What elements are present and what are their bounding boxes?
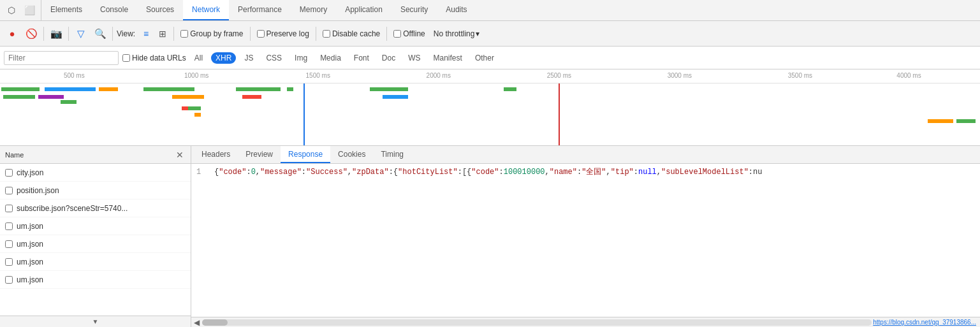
timeline-label: 2000 ms	[427, 72, 451, 79]
clear-button[interactable]: 🚫	[23, 25, 40, 42]
hide-data-urls-checkbox[interactable]	[122, 54, 130, 62]
cursor-icon[interactable]: ⬡	[4, 3, 19, 18]
response-content[interactable]: 1{"code":0,"message":"Success","zpData":…	[191, 164, 980, 317]
wf-seg-wait	[99, 87, 118, 91]
file-checkbox[interactable]	[5, 169, 13, 177]
tab-audits[interactable]: Audits	[437, 0, 476, 20]
tab-sources[interactable]: Sources	[137, 0, 183, 20]
file-list-header: Name ✕	[0, 146, 191, 164]
response-panel: HeadersPreviewResponseCookiesTiming 1{"c…	[191, 146, 980, 327]
filter-css[interactable]: CSS	[261, 52, 286, 64]
preserve-log-text: Preserve log	[267, 29, 309, 38]
divider-4	[173, 27, 174, 41]
tab-memory[interactable]: Memory	[291, 0, 336, 20]
horizontal-scrollbar[interactable]	[202, 319, 872, 326]
waterfall-container: 500 ms1000 ms1500 ms2000 ms2500 ms3000 m…	[0, 69, 980, 146]
divider-3	[112, 27, 113, 41]
filter-img[interactable]: Img	[290, 52, 312, 64]
file-checkbox[interactable]	[5, 187, 13, 194]
response-tab-preview[interactable]: Preview	[238, 146, 281, 163]
filter-all[interactable]: All	[190, 52, 207, 64]
wf-bar-g	[383, 95, 408, 99]
response-tab-cookies[interactable]: Cookies	[330, 146, 373, 163]
list-item[interactable]: um.json	[0, 271, 191, 289]
response-tab-response[interactable]: Response	[281, 146, 330, 163]
file-name: um.json	[17, 222, 43, 231]
scrollbar-thumb[interactable]	[202, 319, 228, 326]
offline-checkbox[interactable]	[393, 30, 401, 38]
throttle-select[interactable]: No throttling ▾	[430, 29, 483, 39]
mobile-icon[interactable]: ⬜	[22, 3, 37, 18]
filter-font[interactable]: Font	[349, 52, 374, 64]
file-list: city.jsonposition.jsonsubscribe.json?sce…	[0, 164, 191, 316]
tab-performance[interactable]: Performance	[229, 0, 291, 20]
search-button[interactable]: 🔍	[92, 25, 108, 42]
timeline-label: 3000 ms	[668, 72, 692, 79]
tab-console[interactable]: Console	[91, 0, 137, 20]
tab-application[interactable]: Application	[336, 0, 391, 20]
disable-cache-label[interactable]: Disable cache	[320, 29, 383, 38]
filter-bar: Hide data URLs All XHR JS CSS Img Media …	[0, 47, 980, 69]
filter-doc[interactable]: Doc	[377, 52, 400, 64]
group-by-frame-label[interactable]: Group by frame	[178, 29, 245, 38]
preserve-log-checkbox[interactable]	[257, 30, 265, 38]
disable-cache-checkbox[interactable]	[323, 30, 330, 38]
filter-js[interactable]: JS	[240, 52, 258, 64]
divider-1	[43, 27, 44, 41]
timeline-label: 3500 ms	[788, 72, 812, 79]
camera-button[interactable]: 📷	[48, 25, 64, 42]
view-waterfall-button[interactable]: ⊞	[156, 27, 170, 41]
wf-bar-d	[242, 95, 261, 99]
tab-elements[interactable]: Elements	[41, 0, 91, 20]
wf-seg2	[3, 95, 35, 99]
view-list-button[interactable]: ≡	[139, 27, 153, 41]
wf-bar-f	[370, 87, 408, 91]
tab-network[interactable]: Network	[183, 0, 229, 20]
hide-data-urls-group[interactable]: Hide data URLs	[122, 54, 186, 62]
scroll-left-button[interactable]: ◀	[193, 318, 201, 327]
list-item[interactable]: um.json	[0, 253, 191, 271]
filter-ws[interactable]: WS	[404, 52, 425, 64]
group-by-frame-checkbox[interactable]	[180, 30, 188, 38]
wf-bar-e	[287, 87, 293, 91]
response-footer: ◀ https://blog.csdn.net/qq_37913866...	[191, 317, 980, 327]
filter-button[interactable]: ▽	[73, 25, 89, 42]
wf-bar-h	[504, 87, 516, 91]
wf-bar-c	[236, 87, 281, 91]
file-checkbox[interactable]	[5, 258, 13, 266]
waterfall-bars	[0, 84, 980, 145]
response-tabs: HeadersPreviewResponseCookiesTiming	[191, 146, 980, 164]
filter-manifest[interactable]: Manifest	[429, 52, 467, 64]
file-checkbox[interactable]	[5, 240, 13, 248]
filter-other[interactable]: Other	[471, 52, 499, 64]
file-checkbox[interactable]	[5, 222, 13, 230]
file-checkbox[interactable]	[5, 205, 13, 212]
hide-data-urls-text: Hide data URLs	[132, 54, 186, 62]
footer-url[interactable]: https://blog.csdn.net/qq_37913866...	[873, 319, 979, 326]
filter-input[interactable]	[4, 51, 119, 65]
wf-bar-a	[143, 87, 194, 91]
list-item[interactable]: subscribe.json?sceneStr=5740...	[0, 200, 191, 217]
timeline-marker-blue	[304, 84, 305, 145]
scroll-down-button[interactable]: ▼	[0, 316, 191, 327]
list-item[interactable]: um.json	[0, 217, 191, 235]
preserve-log-label[interactable]: Preserve log	[254, 29, 312, 38]
response-tab-timing[interactable]: Timing	[373, 146, 411, 163]
wf-bar-m	[188, 106, 201, 110]
filter-xhr[interactable]: XHR	[211, 52, 236, 64]
offline-label[interactable]: Offline	[391, 29, 427, 38]
file-name: position.json	[17, 186, 59, 195]
response-tab-headers[interactable]: Headers	[194, 146, 238, 163]
wf-seg2b	[38, 95, 64, 99]
wf-bar-i	[928, 119, 953, 123]
tab-security[interactable]: Security	[391, 0, 437, 20]
file-checkbox[interactable]	[5, 276, 13, 284]
file-name: subscribe.json?sceneStr=5740...	[17, 204, 128, 213]
filter-media[interactable]: Media	[316, 52, 346, 64]
close-panel-button[interactable]: ✕	[174, 149, 186, 161]
tab-bar: ⬡ ⬜ Elements Console Sources Network Per…	[0, 0, 980, 21]
list-item[interactable]: city.json	[0, 164, 191, 182]
list-item[interactable]: um.json	[0, 235, 191, 253]
record-button[interactable]: ●	[4, 25, 20, 42]
list-item[interactable]: position.json	[0, 182, 191, 200]
